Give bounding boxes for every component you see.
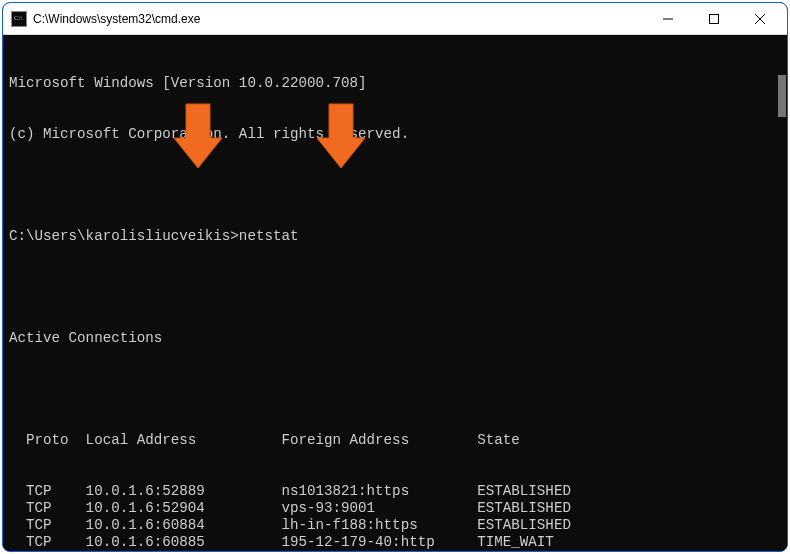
connection-row: TCP 10.0.1.6:60885 195-12-179-40:http TI… (9, 534, 781, 551)
maximize-button[interactable] (691, 3, 737, 35)
svg-text:C:\: C:\ (14, 14, 23, 22)
command-prompt-window: C:\ C:\Windows\system32\cmd.exe Microsof… (2, 2, 788, 552)
version-line: Microsoft Windows [Version 10.0.22000.70… (9, 75, 781, 92)
window-buttons (645, 3, 783, 34)
connections-list: TCP 10.0.1.6:52889 ns1013821:https ESTAB… (9, 483, 781, 551)
copyright-line: (c) Microsoft Corporation. All rights re… (9, 126, 781, 143)
connection-row: TCP 10.0.1.6:52904 vps-93:9001 ESTABLISH… (9, 500, 781, 517)
prompt-line: C:\Users\karolisliucveikis>netstat (9, 228, 781, 245)
close-button[interactable] (737, 3, 783, 35)
connection-row: TCP 10.0.1.6:52889 ns1013821:https ESTAB… (9, 483, 781, 500)
blank-line (9, 381, 781, 398)
blank-line (9, 177, 781, 194)
active-connections-label: Active Connections (9, 330, 781, 347)
blank-line (9, 279, 781, 296)
connection-row: TCP 10.0.1.6:60884 lh-in-f188:https ESTA… (9, 517, 781, 534)
scrollbar-thumb[interactable] (778, 75, 786, 117)
terminal-area[interactable]: Microsoft Windows [Version 10.0.22000.70… (3, 35, 787, 551)
svg-rect-4 (710, 14, 719, 23)
minimize-button[interactable] (645, 3, 691, 35)
titlebar[interactable]: C:\ C:\Windows\system32\cmd.exe (3, 3, 787, 35)
connections-header: Proto Local Address Foreign Address Stat… (9, 432, 781, 449)
window-title: C:\Windows\system32\cmd.exe (33, 12, 645, 26)
cmd-icon: C:\ (11, 11, 27, 27)
